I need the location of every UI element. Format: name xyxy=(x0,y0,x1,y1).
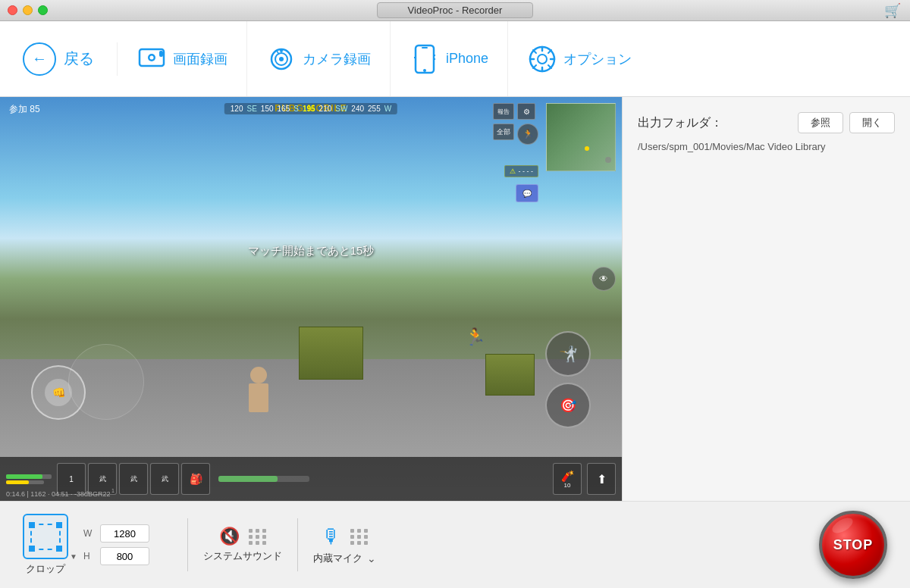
svg-line-24 xyxy=(533,65,536,68)
system-sound-label: システムサウンド xyxy=(203,549,282,563)
minimize-button[interactable] xyxy=(23,5,33,15)
svg-line-22 xyxy=(548,65,551,68)
crop-label: クロップ xyxy=(26,562,65,576)
grid-dot xyxy=(357,541,361,545)
camera-record-icon xyxy=(266,44,297,74)
iphone-icon xyxy=(410,44,440,74)
grid-dot xyxy=(262,529,266,533)
grid-dot xyxy=(262,535,266,539)
crop-corner-br xyxy=(56,546,62,552)
separator-2 xyxy=(297,518,298,571)
window-controls xyxy=(8,5,48,15)
mic-controls: 🎙 xyxy=(322,525,369,549)
minimap xyxy=(546,103,616,171)
camera-record-label: カメラ録画 xyxy=(303,50,371,68)
svg-rect-10 xyxy=(422,47,428,48)
mic-grid-icon[interactable] xyxy=(350,529,369,545)
mic-dropdown-arrow[interactable]: ⌄ xyxy=(367,552,376,565)
height-label: H xyxy=(83,551,96,561)
camera-record-button[interactable]: カメラ録画 xyxy=(247,21,391,96)
grid-dot xyxy=(357,535,361,539)
character-icon: 🏃 xyxy=(517,124,538,145)
hud-bottom-bar: 1 武 1 武 武 🎒 xyxy=(0,457,622,501)
grid-dot xyxy=(249,529,253,533)
video-preview: PUBG MOBILE 参加 85 120 SE 150 165 S 195 2… xyxy=(0,97,622,501)
crop-icon[interactable]: ▼ xyxy=(23,514,68,559)
speaker-icon: 🔇 xyxy=(219,527,240,546)
close-button[interactable] xyxy=(8,5,17,15)
browse-button[interactable]: 参照 xyxy=(798,112,843,133)
open-button[interactable]: 開く xyxy=(849,112,895,133)
crop-dropdown-arrow: ▼ xyxy=(70,552,77,561)
grid-dot xyxy=(249,541,253,545)
crop-section: ▼ クロップ xyxy=(23,514,68,576)
chat-icon: 💬 xyxy=(516,184,538,202)
svg-point-16 xyxy=(538,55,547,64)
screen-record-icon xyxy=(136,44,167,74)
settings-icon: ⚙ xyxy=(517,103,535,120)
right-panel: 出力フォルダ： 参照 開く /Users/spm_001/Movies/Mac … xyxy=(622,97,910,501)
output-folder-label-text: 出力フォルダ： xyxy=(638,115,723,131)
options-icon xyxy=(527,44,557,74)
grid-dot xyxy=(364,529,368,533)
grid-dot xyxy=(262,541,266,545)
player-dot xyxy=(585,146,589,151)
svg-rect-3 xyxy=(159,51,163,57)
output-folder-section: 出力フォルダ： 参照 開く xyxy=(638,112,895,133)
action-btn-2[interactable]: 🎯 xyxy=(545,383,591,428)
mic-icon[interactable]: 🎙 xyxy=(322,525,341,549)
iphone-button[interactable]: iPhone xyxy=(391,21,508,96)
grid-dot xyxy=(357,529,361,533)
iphone-label: iPhone xyxy=(446,51,488,67)
warning-banner: ⚠ - - - - xyxy=(504,165,539,177)
item-slot-3: 武 xyxy=(119,463,148,495)
screen-record-button[interactable]: 画面録画 xyxy=(118,21,247,96)
size-inputs: W H xyxy=(83,524,149,565)
item-slot-5: 🎒 xyxy=(181,463,210,495)
health-bars xyxy=(6,474,52,484)
volume-icon: 全部 xyxy=(493,124,514,140)
options-label: オプション xyxy=(563,50,632,68)
report-icon: 報告 xyxy=(493,103,514,120)
grenade-slot: 🧨 10 xyxy=(553,463,582,495)
width-input[interactable] xyxy=(100,524,149,543)
folder-path: /Users/spm_001/Movies/Mac Video Library xyxy=(638,141,895,152)
joystick-area xyxy=(68,344,144,420)
svg-rect-9 xyxy=(416,45,434,73)
mic-label: 内蔵マイク xyxy=(313,552,362,565)
svg-line-23 xyxy=(548,50,551,53)
stop-button[interactable]: STOP xyxy=(819,511,887,579)
stop-label: STOP xyxy=(833,537,874,553)
side-icons: 👁 xyxy=(592,267,616,291)
svg-line-21 xyxy=(533,50,536,53)
grid-dot xyxy=(350,535,354,539)
grid-dot xyxy=(249,535,253,539)
back-label: 戻る xyxy=(64,48,94,69)
height-input[interactable] xyxy=(100,547,149,565)
game-screenshot: PUBG MOBILE 参加 85 120 SE 150 165 S 195 2… xyxy=(0,97,622,501)
cart-icon[interactable]: 🛒 xyxy=(884,2,901,19)
mic-section: 🎙 内蔵マイク ⌄ xyxy=(313,525,376,565)
width-label: W xyxy=(83,528,96,539)
crop-corner-bl xyxy=(29,546,35,552)
container-right xyxy=(485,354,535,396)
action-btn-1[interactable]: 🤺 xyxy=(545,331,591,377)
bottom-toolbar: ▼ クロップ W H 🔇 xyxy=(0,501,910,588)
action-slot: ⬆ xyxy=(587,463,616,495)
crop-corner-tl xyxy=(29,522,35,528)
side-icon-eye[interactable]: 👁 xyxy=(592,267,616,291)
back-circle-icon: ← xyxy=(23,42,56,76)
crop-corner-tr xyxy=(56,522,62,528)
app-title: VideoProc - Recorder xyxy=(377,2,534,18)
speaker-mute-button[interactable]: 🔇 xyxy=(219,527,240,546)
status-meters xyxy=(218,476,309,482)
separator-1 xyxy=(187,518,188,571)
audio-grid-icon[interactable] xyxy=(249,529,267,545)
player-character xyxy=(249,367,268,412)
back-button[interactable]: ← 戻る xyxy=(15,42,118,76)
grid-dot xyxy=(256,529,259,533)
stop-button-area: STOP xyxy=(819,511,887,579)
maximize-button[interactable] xyxy=(38,5,48,15)
container-left xyxy=(299,327,363,380)
options-button[interactable]: オプション xyxy=(508,21,651,96)
